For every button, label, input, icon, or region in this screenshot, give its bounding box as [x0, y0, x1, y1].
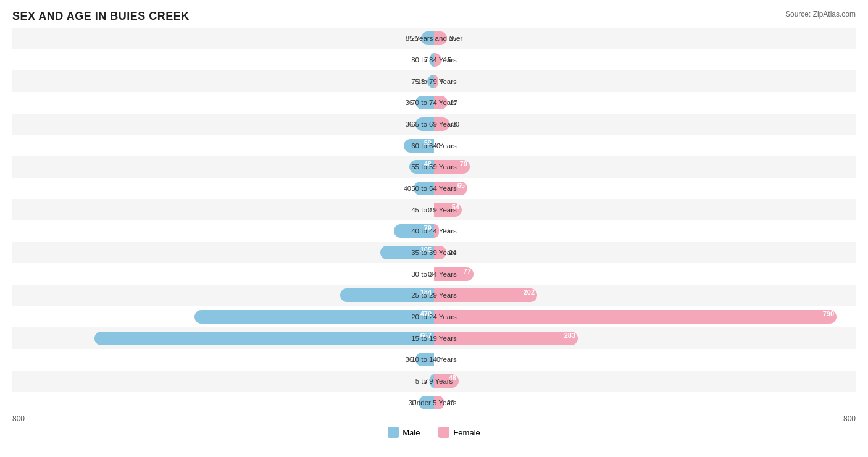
legend-male-box [388, 427, 399, 438]
female-side: 283 [434, 327, 856, 349]
age-label: 45 to 49 Years [411, 206, 457, 214]
female-value-inner: 790 [823, 310, 834, 317]
female-side: 20 [434, 392, 856, 413]
chart-header: SEX AND AGE IN BUIES CREEK Source: ZipAt… [12, 10, 856, 23]
age-label: 40 to 44 Years [411, 227, 457, 235]
male-side: 667 [12, 327, 434, 349]
female-side: 54 [434, 199, 856, 220]
age-label: 30 to 34 Years [411, 270, 457, 278]
age-label: Under 5 Years [412, 399, 457, 406]
axis-right: 800 [843, 414, 856, 423]
male-bar: 667 [94, 332, 434, 345]
female-side: 15 [434, 49, 856, 71]
female-side: 70 [434, 156, 856, 178]
age-label: 65 to 69 Years [411, 120, 457, 128]
female-side: 30 [434, 114, 856, 135]
male-side: 36 [12, 114, 434, 135]
chart-source: Source: ZipAtlas.com [785, 10, 856, 19]
male-side: 79 [12, 220, 434, 242]
chart-row: 75 to 9 Years48 [12, 371, 856, 392]
chart-row: 2585 Years and over25 [12, 28, 856, 49]
female-value-inner: 70 [460, 160, 467, 167]
age-label: 85 Years and over [406, 35, 463, 42]
legend-female-label: Female [453, 428, 480, 437]
female-value-inner: 65 [457, 182, 465, 189]
chart-row: 7940 to 44 Years10 [12, 220, 856, 242]
chart-row: 10535 to 39 Years24 [12, 242, 856, 264]
male-side: 13 [12, 70, 434, 92]
female-value-inner: 202 [524, 288, 535, 296]
chart-title: SEX AND AGE IN BUIES CREEK [12, 10, 190, 23]
legend: Male Female [12, 427, 856, 438]
female-side: 7 [434, 70, 856, 92]
legend-female-box [438, 427, 449, 438]
chart-row: 045 to 49 Years54 [12, 199, 856, 220]
chart-row: 66715 to 19 Years283 [12, 327, 856, 349]
male-side: 36 [12, 92, 434, 114]
age-label: 20 to 24 Years [411, 313, 457, 321]
legend-female: Female [438, 427, 480, 438]
chart-row: 4050 to 54 Years65 [12, 178, 856, 199]
female-side: 0 [434, 349, 856, 371]
axis-labels: 800 800 [12, 414, 856, 423]
age-label: 70 to 74 Years [411, 99, 457, 106]
chart-container: SEX AND AGE IN BUIES CREEK Source: ZipAt… [0, 0, 868, 457]
male-side: 0 [12, 199, 434, 220]
chart-row: 30Under 5 Years20 [12, 392, 856, 413]
female-side: 202 [434, 285, 856, 306]
chart-row: 3665 to 69 Years30 [12, 114, 856, 135]
chart-row: 780 to 84 Years15 [12, 49, 856, 71]
female-side: 48 [434, 371, 856, 392]
female-side: 27 [434, 92, 856, 114]
age-label: 50 to 54 Years [411, 185, 457, 192]
chart-area: 2585 Years and over25780 to 84 Years1513… [12, 28, 856, 413]
age-label: 10 to 14 Years [411, 356, 457, 363]
age-label: 60 to 64 Years [411, 142, 457, 149]
chart-row: 030 to 34 Years77 [12, 263, 856, 285]
age-label: 55 to 59 Years [411, 163, 457, 170]
chart-row: 3610 to 14 Years0 [12, 349, 856, 371]
chart-row: 47020 to 24 Years790 [12, 306, 856, 328]
female-side: 790 [434, 306, 856, 328]
age-label: 35 to 39 Years [411, 249, 457, 256]
chart-row: 5960 to 64 Years0 [12, 135, 856, 156]
chart-row: 3670 to 74 Years27 [12, 92, 856, 114]
axis-left: 800 [12, 414, 25, 423]
male-side: 40 [12, 178, 434, 199]
chart-row: 18425 to 29 Years202 [12, 285, 856, 306]
male-bar: 470 [194, 310, 434, 324]
male-side: 105 [12, 242, 434, 264]
female-side: 77 [434, 263, 856, 285]
male-side: 7 [12, 49, 434, 71]
chart-row: 1375 to 79 Years7 [12, 70, 856, 92]
male-side: 59 [12, 135, 434, 156]
female-bar: 790 [434, 310, 837, 324]
male-side: 184 [12, 285, 434, 306]
female-side: 0 [434, 135, 856, 156]
age-label: 25 to 29 Years [411, 291, 457, 299]
age-label: 80 to 84 Years [411, 56, 457, 64]
female-value-inner: 283 [564, 332, 575, 339]
legend-male: Male [388, 427, 420, 438]
female-value-inner: 77 [464, 267, 471, 275]
age-label: 75 to 79 Years [411, 78, 457, 85]
female-side: 65 [434, 178, 856, 199]
male-side: 48 [12, 156, 434, 178]
male-side: 7 [12, 371, 434, 392]
male-side: 470 [12, 306, 434, 328]
male-value: 40 [404, 185, 411, 192]
age-label: 5 to 9 Years [415, 377, 453, 385]
female-side: 24 [434, 242, 856, 264]
male-side: 36 [12, 349, 434, 371]
chart-row: 4855 to 59 Years70 [12, 156, 856, 178]
male-side: 0 [12, 263, 434, 285]
female-side: 25 [434, 28, 856, 49]
age-label: 15 to 19 Years [411, 335, 457, 342]
legend-male-label: Male [403, 428, 420, 437]
female-side: 10 [434, 220, 856, 242]
male-side: 25 [12, 28, 434, 49]
male-side: 30 [12, 392, 434, 413]
